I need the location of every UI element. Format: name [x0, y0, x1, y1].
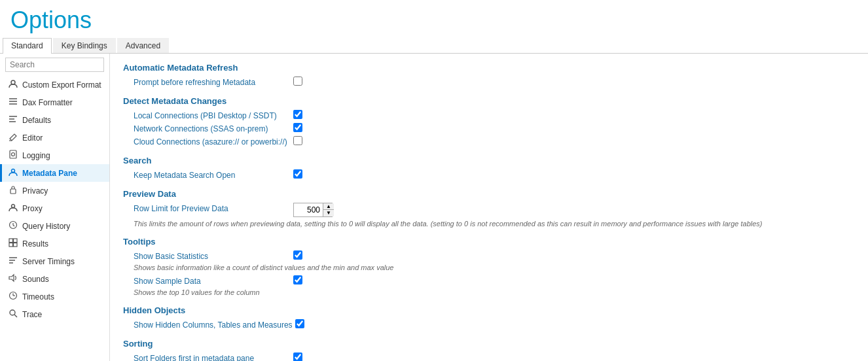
checkbox-prompt-before-refreshing[interactable] — [293, 77, 302, 86]
dax-formatter-icon — [8, 97, 18, 108]
query-history-icon — [8, 220, 18, 232]
sidebar-item-defaults[interactable]: Defaults — [0, 111, 109, 129]
svg-rect-14 — [9, 239, 13, 243]
logging-icon — [8, 150, 18, 161]
spinner-down-button[interactable]: ▼ — [323, 210, 334, 216]
search-input[interactable] — [5, 58, 104, 72]
setting-row-network-connections: Network Connections (SSAS on-prem) — [123, 123, 855, 133]
setting-label-show-hidden-columns: Show Hidden Columns, Tables and Measures — [134, 319, 293, 330]
checkbox-local-connections[interactable] — [293, 110, 302, 119]
proxy-icon — [8, 203, 18, 214]
tab-standard[interactable]: Standard — [3, 38, 52, 54]
checkbox-cloud-connections[interactable] — [293, 136, 302, 145]
sidebar-item-dax-formatter[interactable]: Dax Formatter — [0, 94, 109, 111]
section-title-search: Search — [123, 156, 855, 165]
custom-export-format-icon — [8, 79, 18, 90]
svg-point-12 — [12, 205, 15, 208]
svg-point-0 — [11, 80, 15, 84]
setting-control-sort-folders-first — [293, 352, 302, 361]
main-area: Custom Export FormatDax FormatterDefault… — [0, 54, 868, 361]
setting-label-network-connections: Network Connections (SSAS on-prem) — [134, 123, 291, 133]
tab-advanced[interactable]: Advanced — [117, 38, 169, 53]
setting-label-keep-metadata-search-open: Keep Metadata Search Open — [134, 169, 291, 180]
setting-row-local-connections: Local Connections (PBI Desktop / SSDT) — [123, 110, 855, 120]
svg-rect-16 — [9, 243, 13, 247]
checkbox-show-hidden-columns[interactable] — [295, 319, 304, 328]
sidebar-item-label: Metadata Pane — [22, 169, 77, 178]
setting-row-show-basic-statistics: Show Basic Statistics — [123, 250, 855, 261]
sidebar-item-label: Query History — [22, 222, 70, 231]
server-timings-icon — [8, 256, 18, 267]
spinner-input-row-limit-preview[interactable] — [294, 204, 323, 216]
setting-row-keep-metadata-search-open: Keep Metadata Search Open — [123, 169, 855, 180]
sidebar-item-results[interactable]: Results — [0, 235, 109, 252]
sidebar-item-trace[interactable]: Trace — [0, 305, 109, 323]
editor-icon — [8, 132, 18, 143]
tab-keybindings[interactable]: Key Bindings — [53, 38, 116, 53]
setting-control-show-hidden-columns — [295, 319, 304, 328]
setting-label-sort-folders-first: Sort Folders first in metadata pane — [134, 352, 291, 361]
content-area: Automatic Metadata RefreshPrompt before … — [110, 54, 868, 361]
section-title-sorting: Sorting — [123, 339, 855, 349]
sidebar-item-timeouts[interactable]: Timeouts — [0, 288, 109, 305]
setting-description-row-limit-preview: This limits the amount of rows when prev… — [123, 220, 855, 228]
sidebar-item-metadata-pane[interactable]: Metadata Pane — [0, 164, 109, 182]
section-title-detect-metadata-changes: Detect Metadata Changes — [123, 96, 855, 106]
setting-label-local-connections: Local Connections (PBI Desktop / SSDT) — [134, 110, 291, 120]
sidebar-item-sounds[interactable]: Sounds — [0, 270, 109, 288]
setting-label-show-basic-statistics: Show Basic Statistics — [134, 250, 291, 261]
setting-label-show-sample-data: Show Sample Data — [134, 275, 291, 286]
sidebar-item-label: Timeouts — [22, 292, 54, 301]
tabs-bar: Standard Key Bindings Advanced — [0, 38, 868, 54]
section-title-automatic-metadata-refresh: Automatic Metadata Refresh — [123, 63, 855, 73]
sidebar-item-privacy[interactable]: Privacy — [0, 182, 109, 199]
sidebar-item-label: Privacy — [22, 186, 48, 196]
setting-control-local-connections — [293, 110, 302, 119]
sidebar: Custom Export FormatDax FormatterDefault… — [0, 54, 110, 361]
spinner-up-button[interactable]: ▲ — [323, 203, 334, 210]
sidebar-item-proxy[interactable]: Proxy — [0, 199, 109, 217]
sidebar-item-editor[interactable]: Editor — [0, 129, 109, 146]
page-title: Options — [0, 0, 868, 38]
results-icon — [8, 238, 18, 249]
checkbox-sort-folders-first[interactable] — [293, 352, 302, 361]
setting-control-show-sample-data — [293, 275, 302, 284]
setting-description-show-sample-data: Shows the top 10 values for the column — [123, 288, 855, 296]
setting-description-show-basic-statistics: Shows basic information like a count of … — [123, 264, 855, 271]
setting-row-row-limit-preview: Row Limit for Preview Data▲▼ — [123, 203, 855, 217]
sidebar-item-server-timings[interactable]: Server Timings — [0, 252, 109, 270]
setting-control-prompt-before-refreshing — [293, 77, 302, 86]
setting-label-prompt-before-refreshing: Prompt before refreshing Metadata — [134, 77, 291, 87]
sidebar-item-logging[interactable]: Logging — [0, 146, 109, 164]
setting-row-show-sample-data: Show Sample Data — [123, 275, 855, 286]
svg-line-26 — [14, 315, 17, 317]
privacy-icon — [8, 185, 18, 196]
sounds-icon — [8, 273, 18, 284]
sidebar-item-label: Trace — [22, 310, 42, 319]
svg-point-25 — [10, 310, 15, 315]
checkbox-keep-metadata-search-open[interactable] — [293, 169, 302, 179]
setting-control-network-connections — [293, 123, 302, 132]
setting-row-prompt-before-refreshing: Prompt before refreshing Metadata — [123, 77, 855, 87]
svg-rect-15 — [14, 239, 18, 243]
metadata-pane-icon — [8, 167, 18, 179]
setting-control-show-basic-statistics — [293, 250, 302, 260]
checkbox-show-basic-statistics[interactable] — [293, 250, 302, 260]
checkbox-network-connections[interactable] — [293, 123, 302, 132]
sidebar-item-custom-export-format[interactable]: Custom Export Format — [0, 76, 109, 94]
section-title-preview-data: Preview Data — [123, 189, 855, 199]
spinner-row-limit-preview: ▲▼ — [293, 203, 333, 217]
svg-rect-8 — [10, 150, 16, 158]
setting-control-keep-metadata-search-open — [293, 169, 302, 179]
timeouts-icon — [8, 291, 18, 302]
sidebar-item-label: Logging — [22, 151, 50, 160]
setting-row-cloud-connections: Cloud Connections (asazure:// or powerbi… — [123, 136, 855, 146]
svg-rect-11 — [10, 189, 16, 194]
setting-row-sort-folders-first: Sort Folders first in metadata pane — [123, 352, 855, 361]
sidebar-item-query-history[interactable]: Query History — [0, 217, 109, 235]
sidebar-item-label: Dax Formatter — [22, 98, 73, 107]
checkbox-show-sample-data[interactable] — [293, 275, 302, 284]
sidebar-item-label: Sounds — [22, 275, 49, 284]
sidebar-item-label: Defaults — [22, 116, 51, 125]
setting-row-show-hidden-columns: Show Hidden Columns, Tables and Measures — [123, 319, 855, 330]
